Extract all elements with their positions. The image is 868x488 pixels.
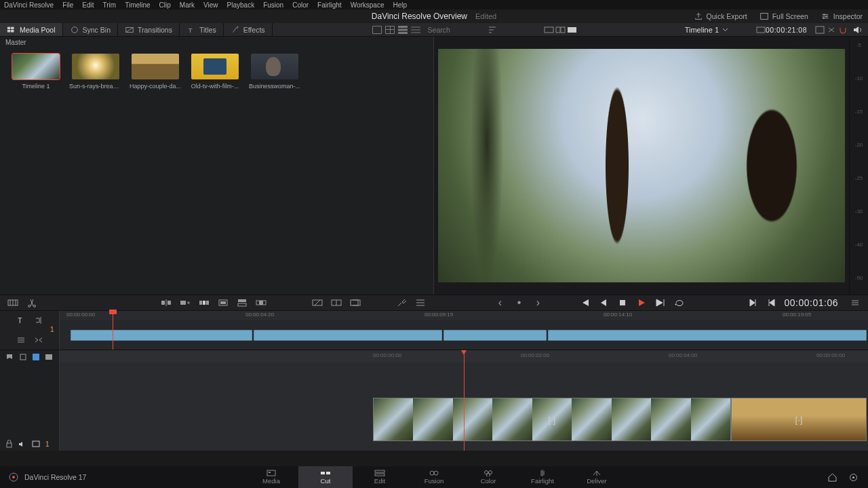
loop-icon[interactable] xyxy=(673,297,686,308)
list-view-icon[interactable] xyxy=(411,25,421,34)
clip-thumb[interactable]: Old-tv-with-film-... xyxy=(189,54,241,90)
page-tab-media[interactable]: Media xyxy=(244,466,298,488)
upper-clip[interactable] xyxy=(254,330,442,341)
clip-thumb[interactable]: Sun-s-rays-breaki... xyxy=(69,54,122,90)
source-tape-icon[interactable] xyxy=(544,25,554,34)
page-tab-deliver[interactable]: Deliver xyxy=(570,466,624,488)
effects-tab[interactable]: Effects xyxy=(224,23,273,36)
tl-magnet-icon[interactable] xyxy=(838,25,848,34)
upper-clip[interactable] xyxy=(443,330,547,341)
menu-edit[interactable]: Edit xyxy=(82,1,94,9)
tl-settings-icon[interactable] xyxy=(815,25,825,34)
tl-options-icon[interactable] xyxy=(849,297,861,308)
menu-fusion[interactable]: Fusion xyxy=(263,1,283,9)
titles-tab[interactable]: T Titles xyxy=(180,23,224,36)
text-tool-icon[interactable]: T xyxy=(15,315,27,326)
menu-davinci-resolve[interactable]: DaVinci Resolve xyxy=(4,1,54,9)
metadata-view-icon[interactable] xyxy=(372,25,382,34)
menu-trim[interactable]: Trim xyxy=(103,1,117,9)
audio-mute-icon[interactable] xyxy=(852,25,863,34)
transitions-tab[interactable]: Transitions xyxy=(118,23,180,36)
thumb-view-icon[interactable] xyxy=(385,25,395,34)
tl-delete-icon[interactable] xyxy=(827,25,837,34)
search-input[interactable] xyxy=(424,26,485,34)
upper-clip-track[interactable] xyxy=(65,330,863,341)
menu-view[interactable]: View xyxy=(203,1,218,9)
media-pool-tab[interactable]: Media Pool xyxy=(0,23,63,36)
split-icon[interactable] xyxy=(26,297,38,308)
boring-detector-icon[interactable] xyxy=(7,297,19,308)
inspector-button[interactable]: Inspector xyxy=(821,12,863,21)
jump-end-icon[interactable] xyxy=(654,297,667,308)
dissolve-icon[interactable] xyxy=(311,297,323,308)
lower-clip[interactable]: [·] xyxy=(731,398,867,441)
menu-color[interactable]: Color xyxy=(292,1,309,9)
page-tab-fairlight[interactable]: Fairlight xyxy=(515,466,570,488)
append-icon[interactable] xyxy=(179,297,191,308)
clip-thumb[interactable]: Businesswoman-... xyxy=(248,54,301,90)
menu-mark[interactable]: Mark xyxy=(180,1,195,9)
upper-playhead[interactable] xyxy=(113,311,113,350)
play-icon[interactable] xyxy=(635,297,648,308)
step-back-icon[interactable] xyxy=(597,297,610,308)
smooth-cut-icon[interactable] xyxy=(349,297,361,308)
page-tab-fusion[interactable]: Fusion xyxy=(407,466,461,488)
closeup-icon[interactable] xyxy=(217,297,229,308)
jump-start-icon[interactable] xyxy=(578,297,591,308)
page-tab-cut[interactable]: Cut xyxy=(298,466,353,488)
smart-insert-icon[interactable] xyxy=(160,297,172,308)
sync-bin-tab[interactable]: Sync Bin xyxy=(63,23,118,36)
upper-clip[interactable] xyxy=(71,330,252,341)
next-edit-icon[interactable] xyxy=(747,297,759,308)
full-screen-button[interactable]: Full Screen xyxy=(760,12,808,21)
menu-clip[interactable]: Clip xyxy=(159,1,171,9)
track-options-icon[interactable] xyxy=(15,335,27,345)
tc-source-icon[interactable] xyxy=(755,25,766,34)
ripple-icon[interactable] xyxy=(198,297,210,308)
flag-tool-icon[interactable] xyxy=(19,353,27,361)
clip-thumb[interactable]: Happy-couple-da... xyxy=(129,54,182,90)
timeline-selector[interactable]: Timeline 1 xyxy=(685,26,728,34)
upper-ruler[interactable]: 00:00:00:0000:00:04:2000:00:09:1500:00:1… xyxy=(60,311,868,320)
track-sync-icon[interactable] xyxy=(33,335,45,345)
menu-timeline[interactable]: Timeline xyxy=(125,1,150,9)
viewer-panel[interactable] xyxy=(434,37,849,295)
lower-playhead[interactable] xyxy=(464,350,465,451)
bin-label[interactable]: Master xyxy=(0,37,433,48)
page-tab-color[interactable]: Color xyxy=(461,466,515,488)
home-icon[interactable] xyxy=(827,472,837,483)
place-top-icon[interactable] xyxy=(236,297,248,308)
stop-icon[interactable] xyxy=(616,297,629,308)
upper-timeline-track-area[interactable]: 00:00:00:0000:00:04:2000:00:09:1500:00:1… xyxy=(60,311,868,350)
settings-icon[interactable] xyxy=(848,472,859,483)
list-icon[interactable] xyxy=(414,297,427,308)
lock-icon[interactable] xyxy=(5,440,13,448)
strip-view-icon[interactable] xyxy=(398,25,408,34)
color-chip[interactable] xyxy=(33,354,39,360)
menu-workspace[interactable]: Workspace xyxy=(351,1,384,9)
marker-tool-icon[interactable] xyxy=(5,353,14,361)
tools-icon[interactable] xyxy=(395,297,408,308)
menu-file[interactable]: File xyxy=(62,1,73,9)
source-clip-icon[interactable] xyxy=(555,25,566,34)
menu-playback[interactable]: Playback xyxy=(227,1,255,9)
audio-icon[interactable] xyxy=(18,440,26,448)
lower-clip[interactable]: [·] xyxy=(373,398,731,441)
source-tl-icon[interactable] xyxy=(567,25,577,34)
cut-icon[interactable] xyxy=(330,297,342,308)
next-frame-arrow-icon[interactable]: › xyxy=(532,297,545,308)
quick-export-button[interactable]: Quick Export xyxy=(694,12,747,21)
page-tab-edit[interactable]: Edit xyxy=(353,466,407,488)
lower-timeline-track-area[interactable]: 00:00:00:0000:00:02:0000:00:04:0000:00:0… xyxy=(60,350,868,451)
clip-thumb[interactable]: Timeline 1 xyxy=(9,54,62,90)
video-icon[interactable] xyxy=(32,440,40,447)
trim-in-icon[interactable] xyxy=(33,315,45,326)
menu-fairlight[interactable]: Fairlight xyxy=(317,1,342,9)
upper-clip[interactable] xyxy=(548,330,867,341)
snap-icon[interactable] xyxy=(45,354,53,360)
source-overwrite-icon[interactable] xyxy=(255,297,267,308)
sort-icon[interactable] xyxy=(488,25,498,34)
prev-edit-icon[interactable] xyxy=(766,297,778,308)
menu-help[interactable]: Help xyxy=(393,1,407,9)
prev-frame-arrow-icon[interactable]: ‹ xyxy=(494,297,507,308)
